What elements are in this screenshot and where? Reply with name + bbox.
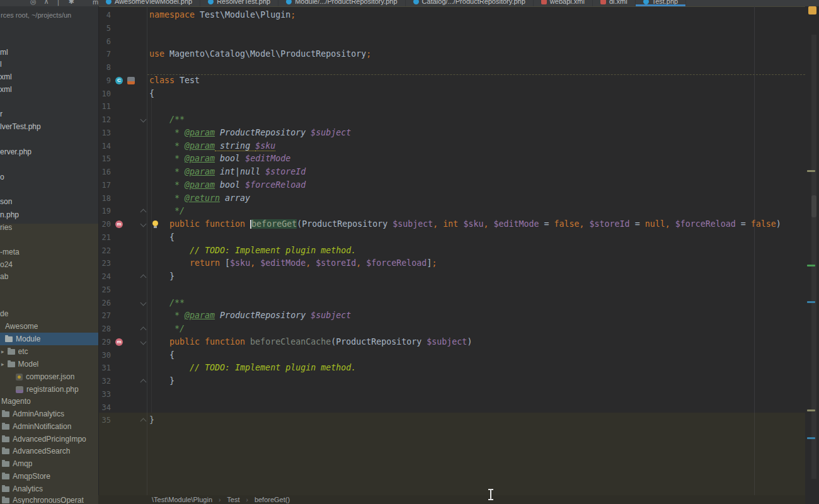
code-line-32[interactable]: 32 } <box>98 375 805 388</box>
code-line-22[interactable]: 22 // TODO: Implement plugin method. <box>98 244 805 258</box>
expand-arrow-icon[interactable]: ▸ <box>1 348 4 355</box>
code-line-11[interactable]: 11 <box>98 100 805 113</box>
error-stripe[interactable] <box>805 6 819 504</box>
plugin-gutter-icon[interactable]: m <box>115 338 123 346</box>
fold-marker[interactable] <box>140 117 147 123</box>
code-line-12[interactable]: 12 /** <box>98 113 805 127</box>
tree-item-asynchronousoperat[interactable]: AsynchronousOperat <box>0 494 98 504</box>
tree-item-r[interactable]: r <box>0 108 98 120</box>
code-line-26[interactable]: 26 /** <box>98 297 805 310</box>
tree-item-ml[interactable]: ml <box>0 46 98 59</box>
breadcrumb-item-test[interactable]: Test <box>227 496 239 503</box>
tree-item-advancedsearch[interactable]: AdvancedSearch <box>0 445 98 457</box>
code-line-29[interactable]: 29m public function beforeCleanCache(Pro… <box>98 336 805 349</box>
editor-tab-test-php[interactable]: Test.php <box>636 0 687 6</box>
fold-marker[interactable] <box>140 275 147 281</box>
breadcrumb-item-beforeget[interactable]: beforeGet() <box>255 496 290 503</box>
code-line-9[interactable]: 9Cclass Test <box>98 74 805 88</box>
fold-marker[interactable] <box>140 299 147 306</box>
locate-icon[interactable]: ◎ <box>30 0 37 6</box>
tree-item-module[interactable]: Module <box>0 333 98 345</box>
collapse-all-icon[interactable]: ∧ <box>44 0 49 6</box>
class-gutter-icon[interactable]: C <box>115 77 123 84</box>
code-line-20[interactable]: 20m public function beforeGet(ProductRep… <box>98 218 805 231</box>
project-tree-panel[interactable]: rces root, ~/projects/un mllxmlxmlrlverT… <box>0 6 99 504</box>
tree-item-adminanalytics[interactable]: AdminAnalytics <box>0 408 98 420</box>
code-line-4[interactable]: 4namespace Test\Module\Plugin; <box>98 9 805 22</box>
plugin-gutter-icon[interactable]: m <box>115 220 123 228</box>
code-line-25[interactable]: 25 <box>98 284 805 297</box>
tree-item-erver-php[interactable]: erver.php <box>0 146 98 158</box>
code-line-14[interactable]: 14 * @param string $sku <box>98 140 805 153</box>
editor-tab-webapi-xml[interactable]: webapi.xml <box>534 0 593 6</box>
code-line-23[interactable]: 23 return [$sku, $editMode, $storeId, $f… <box>98 257 805 270</box>
code-line-33[interactable]: 33 <box>98 388 805 401</box>
tree-item-amqpstore[interactable]: AmqpStore <box>0 470 98 483</box>
stripe-mark-0[interactable] <box>807 170 815 172</box>
code-line-7[interactable]: 7use Magento\Catalog\Model\ProductReposi… <box>98 48 805 61</box>
editor-tab-catalog-productrepository-php[interactable]: Catalog/.../ProductRepository.php <box>406 0 534 6</box>
stripe-mark-2[interactable] <box>807 301 815 303</box>
code-line-24[interactable]: 24 } <box>98 270 805 284</box>
tree-item-l[interactable]: l <box>0 58 98 71</box>
tree-item-xml[interactable]: xml <box>0 83 98 96</box>
code-line-31[interactable]: 31 // TODO: Implement plugin method. <box>98 362 805 375</box>
fold-marker[interactable] <box>140 338 147 345</box>
tree-item-de[interactable]: de <box>0 307 98 320</box>
code-line-16[interactable]: 16 * @param int|null $storeId <box>98 166 805 179</box>
fold-marker[interactable] <box>140 221 147 227</box>
tree-item-xml[interactable]: xml <box>0 71 98 83</box>
tree-item-magento[interactable]: Magento <box>0 395 98 408</box>
code-line-18[interactable]: 18 * @return array <box>98 192 805 205</box>
code-line-8[interactable]: 8 <box>98 61 805 74</box>
code-line-15[interactable]: 15 * @param bool $editMode <box>98 152 805 166</box>
tree-item-ab[interactable]: ab <box>0 270 98 283</box>
code-line-27[interactable]: 27 * @param ProductRepository $subject <box>98 309 805 323</box>
inspection-indicator[interactable] <box>808 6 816 14</box>
settings-icon[interactable]: ✱ <box>69 0 74 6</box>
code-line-17[interactable]: 17 * @param bool $forceReload <box>98 179 805 192</box>
code-line-28[interactable]: 28 */ <box>98 323 805 336</box>
code-line-19[interactable]: 19 */ <box>98 205 805 218</box>
tree-item-ries[interactable]: ries <box>0 221 98 234</box>
breadcrumb-item-test-module-plugin[interactable]: \Test\Module\Plugin <box>152 496 212 503</box>
tree-item-etc[interactable]: ▸etc <box>0 345 98 358</box>
tree-item-son[interactable]: son <box>0 195 98 208</box>
tree-item-meta[interactable]: -meta <box>0 246 98 258</box>
code-line-34[interactable]: 34 <box>98 401 805 415</box>
fold-marker[interactable] <box>140 379 147 386</box>
tree-item-composer-json[interactable]: composer.json <box>0 370 98 383</box>
code-line-6[interactable]: 6 <box>98 35 805 49</box>
code-line-13[interactable]: 13 * @param ProductRepository $subject <box>98 127 805 140</box>
tree-item-o24[interactable]: o24 <box>0 258 98 271</box>
scrollbar-thumb[interactable] <box>811 195 816 217</box>
tree-item-adminnotification[interactable]: AdminNotification <box>0 420 98 433</box>
tree-item-awesome[interactable]: Awesome <box>0 320 98 333</box>
code-line-21[interactable]: 21 { <box>98 231 805 244</box>
tree-item-o[interactable]: o <box>0 171 98 183</box>
stripe-mark-3[interactable] <box>807 410 815 411</box>
code-line-30[interactable]: 30 { <box>98 349 805 362</box>
tree-item-lvertest-php[interactable]: lverTest.php <box>0 120 98 133</box>
editor-tab-module-productrepository-php[interactable]: Module/.../ProductRepository.php <box>278 0 405 6</box>
stripe-mark-4[interactable] <box>807 437 815 439</box>
tree-item-n-php[interactable]: n.php <box>0 209 98 221</box>
tree-item-advancedpricingimpo[interactable]: AdvancedPricingImpo <box>0 433 98 445</box>
editor-tab-di-xml[interactable]: di.xml <box>593 0 636 6</box>
code-line-10[interactable]: 10{ <box>98 88 805 101</box>
scrollbar-track[interactable] <box>811 35 816 479</box>
tree-item-amqp[interactable]: Amqp <box>0 457 98 470</box>
code-editor[interactable]: 4namespace Test\Module\Plugin;567use Mag… <box>98 6 805 495</box>
fold-marker[interactable] <box>140 209 147 215</box>
fold-marker[interactable] <box>140 418 147 425</box>
tree-item-analytics[interactable]: Analytics <box>0 483 98 495</box>
code-line-35[interactable]: 35} <box>98 414 805 427</box>
editor-tab-awesomeviewmodel-php[interactable]: AwesomeViewModel.php <box>98 0 200 6</box>
editor-tab-resolvertest-php[interactable]: ResolverTest.php <box>200 0 278 6</box>
fold-marker[interactable] <box>140 327 147 333</box>
tree-item-registration-php[interactable]: registration.php <box>0 383 98 396</box>
code-line-5[interactable]: 5 <box>98 22 805 35</box>
stripe-mark-1[interactable] <box>807 265 815 266</box>
phpfile-gutter-icon[interactable] <box>127 77 135 84</box>
expand-arrow-icon[interactable]: ▸ <box>1 361 4 367</box>
